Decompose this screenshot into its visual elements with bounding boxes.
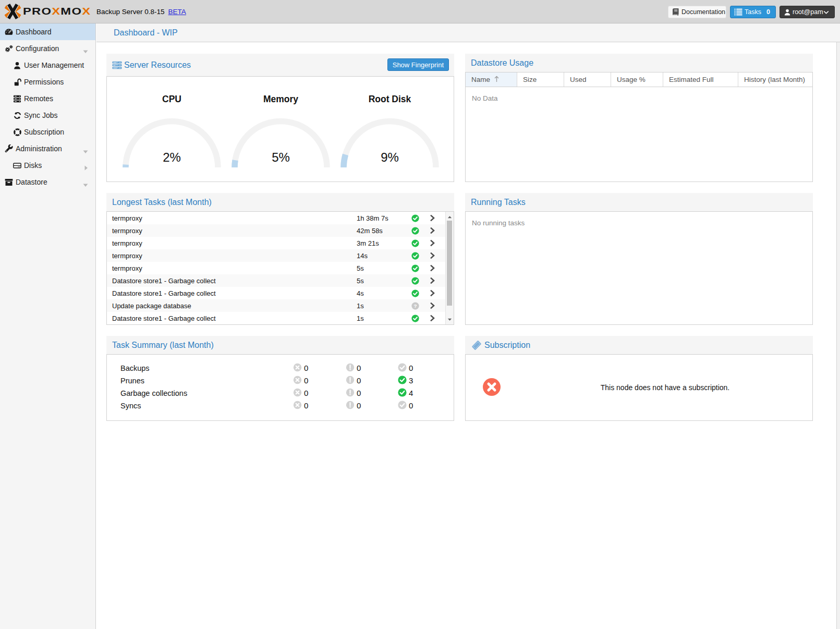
sidebar-item-administration[interactable]: Administration: [0, 140, 95, 157]
tasks-scrollbar[interactable]: [445, 212, 454, 324]
open-task-icon[interactable]: [424, 302, 445, 309]
gauge-value: 9%: [335, 150, 444, 165]
sidebar-item-subscription[interactable]: Subscription: [0, 124, 95, 140]
summary-label: Garbage collections: [120, 389, 187, 397]
column-header-name[interactable]: Name: [466, 72, 517, 87]
ok-count: 3: [409, 376, 413, 385]
chevron-right-icon[interactable]: [84, 164, 88, 172]
sidebar-item-label: Remotes: [24, 94, 53, 103]
sidebar-item-datastore[interactable]: Datastore: [0, 174, 95, 190]
gauges-row: CPU 2% Memory 5% Root Disk 9%: [107, 77, 454, 181]
task-duration: 3m 21s: [357, 239, 404, 247]
subscription-panel: Subscription This node does not have a s…: [465, 336, 813, 421]
open-task-icon[interactable]: [424, 252, 445, 259]
documentation-button[interactable]: Documentation: [668, 6, 726, 18]
status-ok-icon: [404, 314, 424, 322]
tasks-button[interactable]: Tasks 0: [730, 6, 776, 18]
scroll-up-icon[interactable]: [447, 215, 452, 220]
archive-icon: [5, 178, 13, 186]
chevron-down-icon[interactable]: [83, 47, 88, 55]
sidebar-item-label: User Management: [24, 61, 84, 69]
gauge-arc: [226, 77, 335, 181]
task-name: termproxy: [107, 252, 357, 260]
sidebar-item-disks[interactable]: Disks: [0, 157, 95, 174]
warning-count: 0: [357, 401, 361, 410]
error-count-icon: [293, 401, 302, 411]
longest-tasks-body: termproxy 1h 38m 7s termproxy 42m 58s te…: [106, 211, 454, 325]
datastore-empty-text: No Data: [466, 87, 812, 102]
open-task-icon[interactable]: [424, 214, 445, 222]
scrollbar-thumb[interactable]: [447, 221, 452, 306]
error-count-icon: [293, 388, 302, 398]
task-name: termproxy: [107, 239, 357, 247]
open-task-icon[interactable]: [424, 277, 445, 284]
gauge-arc: [335, 77, 444, 181]
running-tasks-title: Running Tasks: [471, 198, 526, 207]
task-name: Datastore store1 - Garbage collect: [107, 289, 357, 297]
column-header-label: Size: [523, 76, 537, 83]
running-tasks-panel: Running Tasks No running tasks: [465, 193, 813, 325]
datastore-usage-title: Datastore Usage: [471, 58, 533, 68]
column-header-estimated-full[interactable]: Estimated Full: [663, 72, 738, 87]
column-header-label: Usage %: [617, 76, 646, 83]
page-title: Dashboard - WIP: [96, 23, 840, 42]
warning-count: 0: [357, 376, 361, 385]
user-icon: [13, 61, 21, 69]
documentation-label: Documentation: [681, 8, 725, 16]
task-row[interactable]: Datastore store1 - Garbage collect 4s: [107, 287, 445, 299]
task-row[interactable]: termproxy 42m 58s: [107, 224, 445, 237]
sidebar-item-remotes[interactable]: Remotes: [0, 90, 95, 107]
task-row[interactable]: termproxy 1h 38m 7s: [107, 212, 445, 224]
sidebar-item-dashboard[interactable]: Dashboard: [0, 23, 95, 40]
user-menu-button[interactable]: root@pam: [780, 6, 835, 18]
show-fingerprint-button[interactable]: Show Fingerprint: [387, 58, 449, 71]
task-row[interactable]: Datastore store1 - Garbage collect 5s: [107, 274, 445, 287]
task-row[interactable]: termproxy 5s: [107, 262, 445, 274]
column-header-label: Name: [471, 76, 490, 83]
header-actions: Documentation Tasks 0 root@pam: [668, 6, 835, 18]
summary-row: Syncs 0 0 0: [107, 400, 454, 412]
sidebar-item-configuration[interactable]: Configuration: [0, 40, 95, 57]
svg-text:?: ?: [413, 303, 417, 308]
open-task-icon[interactable]: [424, 314, 445, 322]
task-name: termproxy: [107, 214, 357, 222]
task-duration: 1h 38m 7s: [357, 214, 404, 222]
chevron-down-icon[interactable]: [83, 147, 88, 155]
column-header-size[interactable]: Size: [517, 72, 564, 87]
column-header-usage[interactable]: Usage %: [611, 72, 663, 87]
tasks-count: 0: [766, 8, 770, 16]
ok-count: 0: [409, 364, 413, 372]
book-icon: [672, 8, 679, 16]
task-row[interactable]: termproxy 3m 21s: [107, 237, 445, 249]
sidebar-item-user-management[interactable]: User Management: [0, 57, 95, 74]
sidebar-item-sync-jobs[interactable]: Sync Jobs: [0, 107, 95, 124]
chevron-down-icon: [823, 10, 829, 14]
open-task-icon[interactable]: [424, 227, 445, 234]
chevron-down-icon[interactable]: [83, 180, 88, 189]
column-header-used[interactable]: Used: [564, 72, 611, 87]
summary-label: Backups: [120, 364, 150, 372]
open-task-icon[interactable]: [424, 264, 445, 272]
beta-link[interactable]: BETA: [168, 8, 186, 16]
gauge-arc: [117, 77, 226, 181]
content-scrollbar[interactable]: [836, 42, 840, 629]
error-count: 0: [304, 364, 308, 372]
wrench-icon: [5, 144, 13, 153]
scroll-down-icon[interactable]: [447, 317, 452, 322]
proxmox-logo: PROXMOX: [5, 0, 91, 23]
summary-row: Backups 0 0 0: [107, 362, 454, 374]
task-row[interactable]: termproxy 14s: [107, 249, 445, 262]
sidebar-item-permissions[interactable]: Permissions: [0, 74, 95, 90]
server-icon: [13, 94, 21, 103]
error-count-icon: [293, 363, 302, 373]
server-resources-title: Server Resources: [124, 61, 191, 70]
task-duration: 5s: [357, 277, 404, 285]
status-unknown-icon: ?: [404, 302, 424, 310]
summary-label: Prunes: [120, 377, 144, 385]
open-task-icon[interactable]: [424, 289, 445, 297]
task-row[interactable]: Update package database 1s ?: [107, 299, 445, 312]
task-row[interactable]: Datastore store1 - Garbage collect 1s: [107, 312, 445, 324]
warning-count: 0: [357, 389, 361, 397]
column-header-history-last-month[interactable]: History (last Month): [738, 72, 812, 87]
open-task-icon[interactable]: [424, 239, 445, 247]
